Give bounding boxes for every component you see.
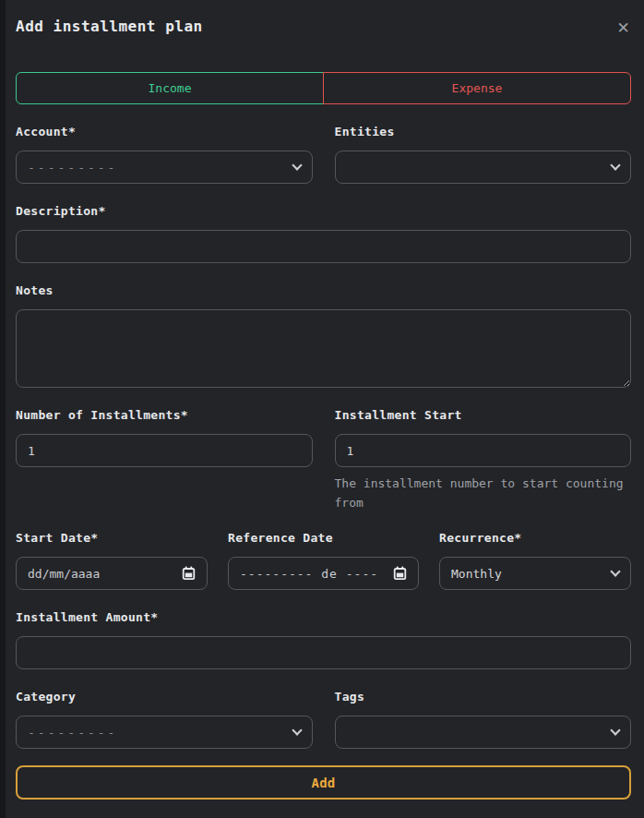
category-field: Category --------- (16, 690, 313, 749)
number-of-installments-label: Number of Installments* (16, 408, 313, 422)
tags-field: Tags (335, 690, 632, 749)
chevron-down-icon (292, 725, 302, 735)
description-label: Description* (16, 204, 631, 218)
notes-field: Notes (16, 283, 631, 388)
account-label: Account* (16, 125, 313, 138)
reference-date-field: Reference Date --------- de ---- (228, 531, 419, 590)
entities-select[interactable] (335, 150, 632, 184)
modal-title: Add installment plan (16, 18, 203, 35)
transaction-type-toggle: Income Expense (16, 72, 631, 104)
recurrence-field: Recurrence* Monthly (439, 531, 631, 590)
close-button[interactable]: ✕ (615, 18, 631, 37)
category-label: Category (16, 690, 313, 704)
tags-label: Tags (335, 690, 632, 704)
category-selected-value: --------- (28, 726, 117, 740)
description-field: Description* (16, 204, 631, 263)
recurrence-select[interactable]: Monthly (439, 557, 631, 590)
close-icon: ✕ (617, 16, 629, 38)
description-input[interactable] (16, 230, 631, 263)
income-toggle-label: Income (149, 81, 192, 95)
reference-date-picker-button[interactable] (393, 566, 407, 581)
notes-label: Notes (16, 283, 631, 297)
installment-start-field: Installment Start The installment number… (335, 408, 632, 512)
income-toggle-button[interactable]: Income (16, 72, 324, 104)
modal-header: Add installment plan ✕ (16, 0, 631, 37)
calendar-icon (393, 566, 407, 581)
backdrop-edge (0, 0, 6, 818)
start-date-placeholder: dd/mm/aaaa (28, 567, 100, 581)
reference-date-label: Reference Date (228, 531, 419, 545)
account-field: Account* --------- (16, 125, 313, 184)
chevron-down-icon (292, 160, 302, 170)
number-of-installments-input[interactable] (16, 434, 313, 467)
chevron-down-icon (610, 160, 620, 170)
tags-select[interactable] (335, 716, 632, 749)
installment-amount-field: Installment Amount* (16, 610, 631, 669)
entities-label: Entities (335, 125, 632, 138)
notes-textarea[interactable] (16, 309, 631, 388)
start-date-label: Start Date* (16, 531, 208, 545)
installment-start-input[interactable] (335, 434, 632, 467)
reference-date-input[interactable]: --------- de ---- (228, 557, 419, 590)
installment-amount-label: Installment Amount* (16, 610, 631, 624)
chevron-down-icon (610, 566, 620, 576)
entities-field: Entities (335, 125, 632, 184)
add-button[interactable]: Add (16, 765, 631, 800)
start-date-field: Start Date* dd/mm/aaaa (16, 531, 208, 590)
account-select[interactable]: --------- (16, 150, 313, 184)
start-date-input[interactable]: dd/mm/aaaa (16, 557, 208, 590)
calendar-icon (182, 566, 196, 581)
recurrence-selected-value: Monthly (451, 567, 502, 581)
reference-date-placeholder: --------- de ---- (240, 567, 378, 581)
expense-toggle-button[interactable]: Expense (323, 72, 631, 104)
chevron-down-icon (610, 725, 620, 735)
installment-start-helper-text: The installment number to start counting… (335, 474, 632, 512)
number-of-installments-field: Number of Installments* (16, 408, 313, 467)
installment-amount-input[interactable] (16, 636, 631, 669)
installment-start-label: Installment Start (335, 408, 632, 422)
category-select[interactable]: --------- (16, 716, 313, 749)
account-selected-value: --------- (28, 161, 117, 174)
expense-toggle-label: Expense (452, 81, 503, 95)
add-installment-plan-modal: Add installment plan ✕ Income Expense Ac… (6, 0, 644, 818)
start-date-picker-button[interactable] (182, 566, 196, 581)
recurrence-label: Recurrence* (439, 531, 631, 545)
